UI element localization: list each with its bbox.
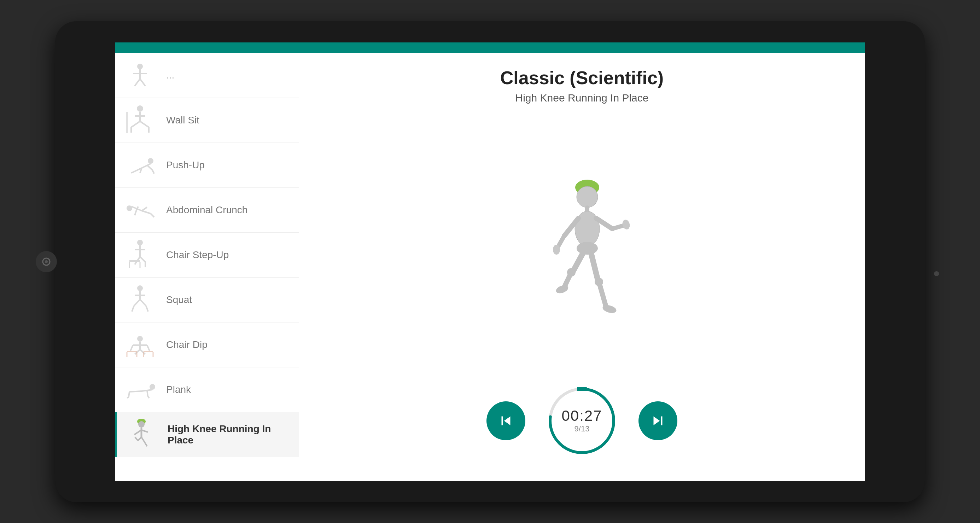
timer-count: 9/13 (562, 424, 602, 434)
svg-line-41 (134, 300, 140, 306)
sidebar-item-abdominal-crunch[interactable]: Abdominal Crunch (115, 188, 299, 233)
sidebar-item-partial[interactable]: ... (115, 53, 299, 98)
svg-line-44 (146, 306, 148, 311)
svg-line-71 (138, 437, 142, 441)
partial-item-label: ... (166, 70, 174, 81)
svg-point-81 (553, 245, 560, 255)
svg-point-38 (137, 285, 143, 291)
sidebar-item-chair-step-up[interactable]: Chair Step-Up (115, 233, 299, 277)
svg-line-73 (142, 437, 145, 443)
timer-time: 00:27 (562, 408, 602, 424)
timer-section: 00:27 9/13 (487, 386, 678, 456)
svg-point-1 (45, 260, 48, 263)
svg-line-64 (129, 392, 129, 397)
plank-thumb (123, 374, 158, 406)
abdominal-crunch-label: Abdominal Crunch (166, 204, 248, 216)
workout-subtitle: High Knee Running In Place (515, 92, 649, 104)
svg-line-5 (135, 79, 140, 86)
chair-step-up-label: Chair Step-Up (166, 249, 229, 261)
svg-line-43 (140, 300, 146, 306)
svg-line-21 (131, 172, 133, 173)
svg-point-76 (577, 187, 598, 207)
app-header-bar (115, 42, 865, 53)
exercise-sidebar: ... (115, 53, 299, 481)
side-indicator (934, 271, 939, 276)
svg-line-90 (591, 252, 598, 280)
svg-point-22 (127, 206, 132, 211)
svg-line-48 (130, 345, 133, 351)
sidebar-item-plank[interactable]: Plank (115, 367, 299, 412)
svg-rect-14 (126, 112, 128, 133)
main-panel: Classic (Scientific) High Knee Running I… (299, 53, 865, 481)
tablet-screen: ... (115, 42, 865, 481)
timer-display: 00:27 9/13 (547, 386, 617, 456)
svg-line-88 (564, 272, 571, 287)
svg-rect-56 (143, 351, 153, 352)
exercise-figure-area (320, 118, 843, 386)
chair-dip-label: Chair Dip (166, 339, 207, 351)
next-button[interactable] (638, 401, 678, 440)
prev-button[interactable] (487, 401, 525, 440)
push-up-thumb (123, 149, 158, 181)
svg-point-67 (138, 421, 145, 427)
svg-line-26 (142, 207, 147, 211)
wall-sit-label: Wall Sit (166, 115, 199, 126)
svg-line-62 (147, 391, 148, 396)
svg-rect-52 (127, 351, 137, 352)
svg-point-85 (577, 242, 598, 255)
svg-line-69 (134, 430, 142, 435)
squat-label: Squat (166, 294, 192, 306)
plank-label: Plank (166, 384, 191, 395)
svg-line-27 (142, 211, 151, 214)
sidebar-item-wall-sit[interactable]: Wall Sit (115, 98, 299, 143)
svg-point-45 (137, 336, 143, 341)
content-area: ... (115, 53, 865, 481)
svg-line-12 (140, 121, 149, 127)
svg-line-74 (145, 443, 147, 446)
sidebar-item-high-knee[interactable]: High Knee Running In Place (115, 412, 299, 457)
svg-line-28 (151, 214, 154, 217)
svg-line-6 (140, 79, 145, 86)
svg-line-10 (131, 121, 140, 127)
svg-point-15 (148, 158, 153, 164)
svg-point-84 (622, 218, 631, 230)
chair-step-up-thumb (123, 239, 158, 271)
svg-line-72 (135, 437, 138, 441)
svg-line-65 (127, 397, 129, 398)
tablet-device: ... (55, 21, 925, 502)
chair-dip-thumb (123, 329, 158, 361)
sidebar-item-push-up[interactable]: Push-Up (115, 143, 299, 188)
svg-line-49 (147, 345, 150, 351)
svg-line-63 (148, 396, 149, 398)
svg-point-59 (150, 384, 155, 390)
svg-point-7 (137, 105, 143, 112)
svg-line-83 (612, 225, 624, 229)
svg-line-61 (129, 391, 142, 392)
svg-line-70 (142, 430, 148, 432)
squat-thumb (123, 284, 158, 316)
push-up-label: Push-Up (166, 159, 205, 171)
sidebar-item-squat[interactable]: Squat (115, 277, 299, 322)
timer-text: 00:27 9/13 (562, 408, 602, 433)
svg-line-33 (140, 257, 145, 262)
svg-rect-35 (129, 260, 140, 262)
exercise-animation (522, 174, 642, 330)
sidebar-item-chair-dip[interactable]: Chair Dip (115, 322, 299, 367)
camera-button (36, 251, 57, 272)
svg-point-2 (137, 64, 143, 69)
wall-sit-thumb (123, 104, 158, 136)
high-knee-thumb (124, 419, 159, 451)
svg-line-24 (135, 210, 137, 215)
svg-line-17 (147, 165, 153, 170)
workout-title: Classic (Scientific) (500, 67, 663, 88)
abdominal-crunch-thumb (123, 194, 158, 226)
svg-line-92 (599, 282, 606, 306)
svg-line-42 (132, 306, 134, 311)
svg-line-86 (573, 252, 584, 271)
high-knee-label: High Knee Running In Place (167, 423, 292, 446)
svg-point-29 (137, 240, 143, 246)
partial-thumb (123, 59, 158, 91)
svg-line-18 (153, 170, 154, 174)
